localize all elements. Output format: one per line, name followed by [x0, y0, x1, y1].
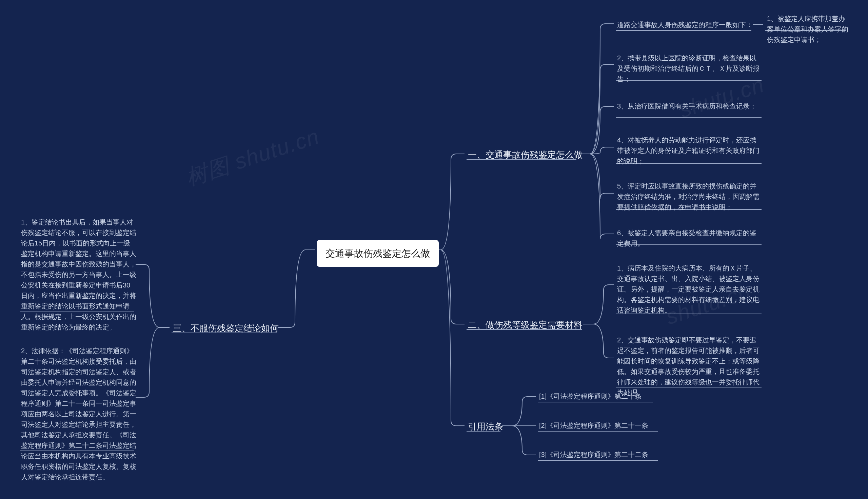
branch-1-item-4[interactable]: 4、对被抚养人的劳动能力进行评定时，还应携带被评定人的身份证及户籍证明和有关政府…	[617, 135, 763, 167]
branch-2-item-1[interactable]: 1、病历本及住院的大病历本、所有的Ｘ片子、交通事故认定书、出、入院小结、被鉴定人…	[617, 263, 763, 316]
branch-3[interactable]: 三、不服伤残鉴定结论如何	[173, 321, 279, 335]
branch-1-item-1-sub[interactable]: 1、被鉴定人应携带加盖办案单位公章和办案人签字的伤残鉴定申请书；	[767, 14, 848, 45]
branch-3-item-2[interactable]: 2、法律依据：《司法鉴定程序通则》第二十条司法鉴定机构接受委托后，由司法鉴定机构…	[21, 346, 136, 483]
branch-citations[interactable]: 引用法条	[468, 420, 503, 433]
branch-2[interactable]: 二、做伤残等级鉴定需要材料	[468, 318, 583, 331]
branch-1-item-5[interactable]: 5、评定时应以事故直接所致的损伤或确定的并发症治疗终结为准，对治疗尚未终结，因调…	[617, 181, 763, 212]
citation-3[interactable]: [3]《司法鉴定程序通则》第二十二条	[539, 450, 648, 460]
branch-1-item-6[interactable]: 6、被鉴定人需要亲自接受检查并缴纳规定的鉴定费用。	[617, 228, 763, 249]
watermark: 树图 shutu.cn	[182, 122, 323, 193]
branch-2-item-2-text: 2、交通事故伤残鉴定即不要过早鉴定，不要迟迟不鉴定，前者的鉴定报告可能被推翻，后…	[617, 336, 759, 396]
branch-1[interactable]: 一、交通事故伤残鉴定怎么做	[468, 148, 583, 161]
branch-1-label: 一、交通事故伤残鉴定怎么做	[468, 149, 583, 160]
branch-2-item-2[interactable]: 2、交通事故伤残鉴定即不要过早鉴定，不要迟迟不鉴定，前者的鉴定报告可能被推翻，后…	[617, 335, 763, 398]
citation-1-text: [1]《司法鉴定程序通则》第二十条	[539, 392, 641, 400]
branch-1-item-1-sub-text: 1、被鉴定人应携带加盖办案单位公章和办案人签字的伤残鉴定申请书；	[767, 15, 848, 44]
branch-2-label: 二、做伤残等级鉴定需要材料	[468, 320, 583, 330]
branch-3-label: 三、不服伤残鉴定结论如何	[173, 323, 279, 333]
branch-3-item-1[interactable]: 1、鉴定结论书出具后，如果当事人对伤残鉴定结论不服，可以在接到鉴定结论后15日内…	[21, 217, 136, 332]
branch-2-item-1-text: 1、病历本及住院的大病历本、所有的Ｘ片子、交通事故认定书、出、入院小结、被鉴定人…	[617, 265, 759, 314]
branch-3-item-1-text: 1、鉴定结论书出具后，如果当事人对伤残鉴定结论不服，可以在接到鉴定结论后15日内…	[21, 218, 136, 331]
citation-1[interactable]: [1]《司法鉴定程序通则》第二十条	[539, 391, 641, 402]
root-label: 交通事故伤残鉴定怎么做	[326, 248, 430, 259]
branch-1-item-2[interactable]: 2、携带县级以上医院的诊断证明，检查结果以及受伤初期和治疗终结后的ＣＴ、Ｘ片及诊…	[617, 53, 763, 84]
branch-3-item-2-text: 2、法律依据：《司法鉴定程序通则》第二十条司法鉴定机构接受委托后，由司法鉴定机构…	[21, 347, 136, 481]
branch-1-item-3[interactable]: 3、从治疗医院借阅有关手术病历和检查记录；	[617, 101, 756, 111]
citation-2-text: [2]《司法鉴定程序通则》第二十一条	[539, 422, 648, 429]
branch-1-item-1-text: 道路交通事故人身伤残鉴定的程序一般如下：	[617, 21, 753, 28]
branch-1-item-2-text: 2、携带县级以上医院的诊断证明，检查结果以及受伤初期和治疗终结后的ＣＴ、Ｘ片及诊…	[617, 54, 759, 83]
branch-1-item-5-text: 5、评定时应以事故直接所致的损伤或确定的并发症治疗终结为准，对治疗尚未终结，因调…	[617, 182, 759, 211]
branch-citations-label: 引用法条	[468, 421, 503, 431]
branch-1-item-4-text: 4、对被抚养人的劳动能力进行评定时，还应携带被评定人的身份证及户籍证明和有关政府…	[617, 136, 759, 165]
branch-1-item-1[interactable]: 道路交通事故人身伤残鉴定的程序一般如下：	[617, 20, 753, 30]
branch-1-item-3-text: 3、从治疗医院借阅有关手术病历和检查记录；	[617, 102, 756, 110]
root-node[interactable]: 交通事故伤残鉴定怎么做	[317, 240, 439, 267]
citation-3-text: [3]《司法鉴定程序通则》第二十二条	[539, 451, 648, 458]
citation-2[interactable]: [2]《司法鉴定程序通则》第二十一条	[539, 421, 648, 431]
branch-1-item-6-text: 6、被鉴定人需要亲自接受检查并缴纳规定的鉴定费用。	[617, 229, 756, 247]
